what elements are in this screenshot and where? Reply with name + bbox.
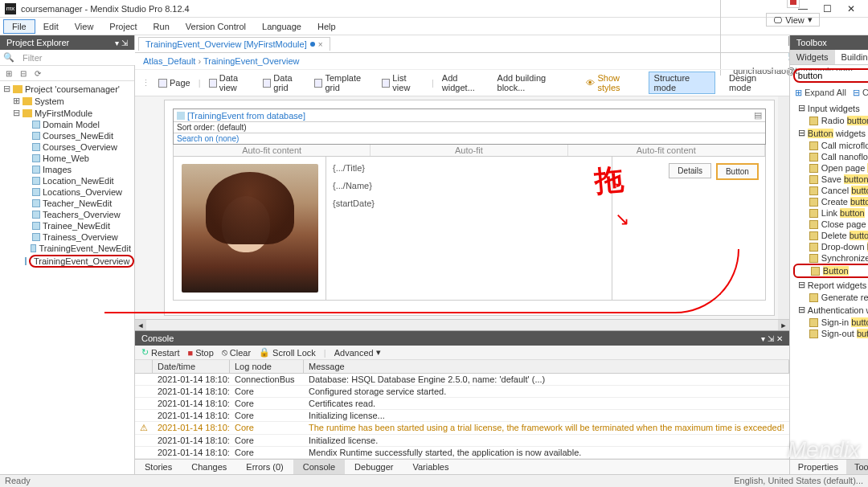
toolbox-item[interactable]: Open page button [790,162,868,174]
tab-blocks[interactable]: Building blocks [835,50,868,64]
console-row[interactable]: 2021-01-14 18:10:45...CoreConfigured sto… [135,386,789,398]
toolbox-category[interactable]: ⊟ Authentication widgets [790,303,868,317]
tree-item[interactable]: Teachers_Overview [0,209,134,220]
name-text[interactable]: {.../Name} [333,181,605,190]
page-button[interactable]: Page [158,78,190,88]
toolbox-item[interactable]: Button [793,264,868,278]
console-row[interactable]: 2021-01-14 18:10:45...ConnectionBusDatab… [135,374,789,386]
console-row[interactable]: 2021-01-14 18:10:46...CoreMendix Runtime… [135,447,789,459]
tree-item[interactable]: Courses_NewEdit [0,130,134,141]
tree-item[interactable]: Images [0,164,134,175]
new-button-widget[interactable]: Button [716,163,759,180]
toolbox-item[interactable]: Generate report button [790,292,868,303]
toolbox-item[interactable]: Close page button [790,219,868,230]
tab-stories[interactable]: Stories [135,460,182,474]
toolbox-item[interactable]: Sign-in button [790,317,868,328]
tab-widgets[interactable]: Widgets [790,50,835,64]
toolbox-item[interactable]: Drop-down button [790,241,868,252]
view-app-button[interactable]: 🖵View▾ [766,13,820,27]
tree-item[interactable]: Home_Web [0,153,134,164]
menu-version-control[interactable]: Version Control [178,20,254,33]
show-styles-button[interactable]: 👁 Show styles [586,73,640,92]
structure-mode-button[interactable]: Structure mode [649,72,715,94]
add-widget-button[interactable]: Add widget... [442,73,489,92]
toolbox-search[interactable]: × [793,68,868,83]
sync-icon[interactable]: ⟳ [32,68,43,79]
crumb[interactable]: TrainingEvent_Overview [203,56,299,66]
page-canvas[interactable]: [TrainingEvent from database]▤ Sort orde… [164,100,775,316]
toolbox-item[interactable]: Radio buttons [790,115,868,126]
menu-file[interactable]: File [3,19,35,34]
dataview-button[interactable]: Data view [209,73,256,92]
tree-item[interactable]: TrainingEvent_Overview [0,254,134,268]
tree-system[interactable]: ⊞System [0,95,134,107]
toolbox-item[interactable]: Save button [790,174,868,185]
title-text[interactable]: {.../Title} [333,163,605,173]
toolbox-category[interactable]: ⊟ Input widgets [790,101,868,115]
tree-item[interactable]: Locations_Overview [0,186,134,198]
datagrid-button[interactable]: Data grid [263,73,306,92]
toolbox-category[interactable]: ⊟ Button widgets [790,126,868,140]
clear-button[interactable]: ⦸Clear [222,347,251,358]
stop-button[interactable]: ■Stop [187,348,213,358]
add-block-button[interactable]: Add building block... [497,73,571,92]
toolbox-category[interactable]: ⊟ Report widgets [790,278,868,292]
button-column[interactable]: Details Button [612,157,765,300]
toolbox-search-input[interactable] [798,71,868,80]
advanced-button[interactable]: Advanced ▾ [334,347,381,358]
panel-pin-icon[interactable]: ▾ ⇲ [115,39,128,47]
toolbox-item[interactable]: Delete button [790,230,868,241]
image-widget[interactable] [174,157,326,300]
text-column[interactable]: {.../Title} {.../Name} {startDate} [326,157,612,300]
tree-item[interactable]: Domain Model [0,119,134,130]
tab-changes[interactable]: Changes [182,460,236,474]
tree-project-root[interactable]: ⊟Project 'coursemanager' [0,83,134,95]
horizontal-scrollbar[interactable]: ◄► [135,319,789,330]
restart-button[interactable]: ↻Restart [141,347,179,358]
tab-debugger[interactable]: Debugger [345,460,403,474]
menu-language[interactable]: Language [254,20,309,33]
console-row[interactable]: 2021-01-14 18:10:45...CoreInitialized li… [135,435,789,447]
crumb[interactable]: Atlas_Default [143,56,195,66]
console-row[interactable]: 2021-01-14 18:10:45...CoreCertificates r… [135,398,789,410]
menu-view[interactable]: View [67,20,102,33]
collapse-all-button[interactable]: ⊟ Collapse All [853,88,868,98]
toolbox-item[interactable]: Cancel button [790,185,868,196]
vertical-scrollbar[interactable] [778,96,789,319]
tab-console[interactable]: Console [293,460,345,474]
tree-module[interactable]: ⊟MyFirstModule [0,107,134,119]
design-mode-button[interactable]: Design mode [723,72,783,94]
details-button[interactable]: Details [669,163,711,178]
toolbox-item[interactable]: Call nanoflow button [790,151,868,162]
tab-variables[interactable]: Variables [403,460,458,474]
tree-item[interactable]: Location_NewEdit [0,175,134,186]
menu-help[interactable]: Help [309,20,344,33]
editor-tab[interactable]: TrainingEvent_Overview [MyFirstModule]× [138,37,330,51]
explorer-filter-input[interactable] [18,50,138,65]
menu-edit[interactable]: Edit [35,20,67,33]
console-row[interactable]: 2021-01-14 18:10:45...CoreInitializing l… [135,410,789,422]
tab-errors[interactable]: Errors (0) [236,460,293,474]
tree-item[interactable]: Courses_Overview [0,141,134,153]
tree-item[interactable]: Trainess_Overview [0,231,134,243]
tree-item[interactable]: Trainee_NewEdit [0,220,134,231]
startdate-text[interactable]: {startDate} [333,198,605,208]
tree-item[interactable]: Teacher_NewEdit [0,198,134,209]
tree-item[interactable]: TrainingEvent_NewEdit [0,243,134,254]
toolbox-item[interactable]: Link button [790,207,868,219]
menu-run[interactable]: Run [145,20,178,33]
listview-button[interactable]: List view [382,73,424,92]
collapse-all-icon[interactable]: ⊟ [18,68,29,79]
scroll-lock-button[interactable]: 🔒Scroll Lock [259,347,316,358]
toolbox-item[interactable]: Sign-out button [790,328,868,339]
expand-all-icon[interactable]: ⊞ [3,68,14,79]
templategrid-button[interactable]: Template grid [314,73,374,92]
toolbox-item[interactable]: Create button [790,196,868,207]
expand-all-button[interactable]: ⊞ Expand All [795,88,846,98]
console-row[interactable]: ⚠2021-01-14 18:10:45...CoreThe runtime h… [135,422,789,435]
stop-run-button[interactable] [787,0,800,8]
list-item-template[interactable]: {.../Title} {.../Name} {startDate} Detai… [173,156,766,301]
panel-controls[interactable]: ▾ ⇲ ✕ [761,334,783,343]
listview-datasource[interactable]: [TrainingEvent from database]▤ Sort orde… [173,108,766,145]
close-tab-icon[interactable]: × [318,40,323,49]
